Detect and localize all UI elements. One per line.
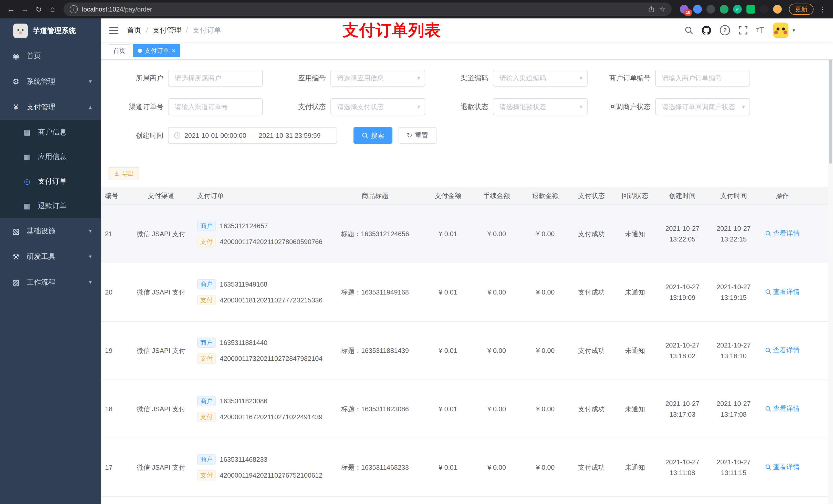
extension-icon-6[interactable]: [746, 5, 755, 14]
extension-icon-4[interactable]: [720, 5, 729, 14]
help-icon[interactable]: ?: [720, 25, 730, 35]
create-time: 2021-10-2713:18:02: [657, 340, 708, 361]
table-cell: 商户1635311881440支付42000011732021102728479…: [193, 338, 326, 364]
app-logo[interactable]: 芋道管理系统: [0, 19, 101, 43]
sidebar-item-merchant-info[interactable]: ▤商户信息: [0, 120, 101, 144]
extension-icon-3[interactable]: [707, 5, 715, 14]
pay-amount: ¥ 0.01: [439, 230, 457, 238]
notify-status: 未通知: [625, 463, 645, 471]
table-cell: 2021-10-2713:18:02: [657, 340, 708, 361]
extension-icon-8[interactable]: [773, 5, 782, 14]
browser-menu-icon[interactable]: ⋮: [817, 5, 829, 14]
home-button[interactable]: ⌂: [46, 2, 60, 16]
table-cell: 2021-10-2713:17:08: [708, 398, 759, 420]
breadcrumb-item[interactable]: 首页: [127, 25, 141, 35]
breadcrumb-item[interactable]: 支付管理: [153, 25, 181, 35]
chevron-down-icon[interactable]: ▾: [792, 27, 795, 33]
table-cell: 微信 JSAPI 支付: [129, 230, 193, 238]
fullscreen-icon[interactable]: [739, 26, 747, 34]
pay-status: 支付成功: [578, 288, 605, 296]
search-button[interactable]: 搜索: [354, 127, 392, 144]
devtools-icon: ⚒: [11, 252, 21, 261]
channel-pay-no: 4200001174202110278060590766: [220, 238, 323, 246]
merchant-order-no: 1635312124657: [220, 222, 268, 230]
pay-time: 2021-10-2713:22:15: [708, 223, 759, 245]
view-detail-link[interactable]: 查看详情: [765, 404, 800, 413]
channel-code-field[interactable]: 请输入渠道编码▾: [493, 70, 588, 87]
sidebar-item-payment[interactable]: ¥支付管理▴: [0, 94, 101, 120]
merchant-order-no-field[interactable]: [655, 70, 750, 87]
sidebar-item-home[interactable]: ◉首页: [0, 43, 101, 69]
app-window: 芋道管理系统 ◉首页⚙系统管理▾¥支付管理▴▤商户信息▦应用信息◎支付订单▥退款…: [0, 19, 833, 504]
refund-status-field[interactable]: 请选择退款状态▾: [493, 98, 588, 115]
bookmark-star-icon[interactable]: ☆: [659, 5, 665, 14]
app-no-field[interactable]: 请选择应用信息▾: [330, 70, 425, 87]
refresh-button[interactable]: ↻: [32, 2, 46, 16]
sidebar-item-devtools[interactable]: ⚒研发工具▾: [0, 244, 101, 269]
table-cell: ¥ 0.00: [472, 230, 521, 238]
view-detail-link[interactable]: 查看详情: [765, 346, 800, 355]
fee-amount: ¥ 0.00: [487, 347, 506, 355]
browser-toolbar: ← → ↻ ⌂ i localhost:1024/pay/order ☆ 10✓…: [0, 0, 833, 19]
tab-home[interactable]: 首页: [109, 44, 130, 57]
github-icon[interactable]: [702, 26, 711, 35]
avatar[interactable]: [773, 23, 788, 38]
column-header: 操作: [759, 191, 805, 200]
extension-icon-1[interactable]: 10: [680, 5, 689, 14]
notify-status-field[interactable]: 请选择订单回调商户状态▾: [655, 98, 750, 115]
merchant-field[interactable]: [168, 70, 263, 87]
search-icon[interactable]: [685, 26, 693, 34]
extension-icon-7[interactable]: [760, 5, 768, 14]
merchant-order-no-field-label: 商户订单编号: [596, 73, 655, 83]
hamburger-icon[interactable]: [109, 26, 118, 34]
app-no-field-label: 应用编号: [271, 73, 330, 83]
view-detail-link[interactable]: 查看详情: [765, 287, 800, 296]
table-cell: 18: [101, 405, 129, 413]
filter-item: 退款状态请选择退款状态▾: [434, 98, 588, 115]
extension-icon-2[interactable]: [693, 5, 702, 14]
back-button[interactable]: ←: [4, 2, 18, 16]
url-text: localhost:1024/pay/order: [82, 6, 644, 13]
sidebar-item-app-info[interactable]: ▦应用信息: [0, 144, 101, 169]
sidebar-item-system[interactable]: ⚙系统管理▾: [0, 69, 101, 94]
export-button[interactable]: 导出: [109, 167, 139, 180]
scrollbar-thumb[interactable]: [829, 46, 832, 164]
font-size-icon[interactable]: TT: [756, 26, 764, 34]
view-detail-link[interactable]: 查看详情: [765, 229, 800, 238]
forward-button[interactable]: →: [18, 2, 32, 16]
table-cell: 标题：1635312124656: [326, 230, 424, 238]
table-cell: 未通知: [613, 288, 657, 297]
pay-status-field[interactable]: 请选择支付状态▾: [330, 98, 425, 115]
refund-amount: ¥ 0.00: [536, 230, 554, 238]
tab-pay-order[interactable]: 支付订单×: [133, 44, 180, 57]
scrollbar-track[interactable]: [828, 19, 833, 504]
sidebar-item-pay-order[interactable]: ◎支付订单: [0, 169, 101, 194]
channel-order-no-field[interactable]: [168, 98, 263, 115]
table-header: 编号支付渠道支付订单商品标题支付金额手续金额退款金额支付状态回调状态创建时间支付…: [101, 187, 833, 205]
goods-title: 标题：1635311823086: [341, 405, 409, 413]
update-button[interactable]: 更新: [789, 4, 813, 15]
create-time-range-picker[interactable]: 2021-10-01 00:00:00 - 2021-10-31 23:59:5…: [168, 127, 337, 144]
view-detail-link[interactable]: 查看详情: [765, 462, 800, 472]
chevron-up-icon: ▴: [89, 104, 92, 111]
notify-status: 未通知: [625, 230, 645, 238]
annotation-title: 支付订单列表: [343, 20, 441, 41]
sidebar-item-infra[interactable]: ▧基础设施▾: [0, 218, 101, 244]
table-row: 20微信 JSAPI 支付商户1635311949168支付4200001181…: [101, 263, 833, 322]
reset-button[interactable]: ↻ 重置: [399, 127, 436, 144]
infra-icon: ▧: [11, 226, 21, 236]
extension-icon-5[interactable]: ✓: [733, 5, 742, 14]
table-cell: 商户1635311823086支付42000011672021102710224…: [193, 396, 326, 422]
chevron-down-icon: ▾: [580, 75, 582, 81]
filter-item: 支付状态请选择支付状态▾: [271, 98, 425, 115]
sidebar-item-workflow[interactable]: ▨工作流程▾: [0, 269, 101, 295]
address-bar[interactable]: i localhost:1024/pay/order ☆: [64, 3, 672, 16]
sidebar-item-label: 研发工具: [27, 252, 55, 262]
table-body: 21微信 JSAPI 支付商户1635312124657支付4200001174…: [101, 205, 833, 504]
breadcrumb-item: 支付订单: [193, 25, 221, 35]
site-info-icon[interactable]: i: [70, 5, 78, 13]
merchant-tag: 商户: [197, 338, 216, 348]
share-icon[interactable]: [648, 6, 655, 13]
close-icon[interactable]: ×: [172, 47, 175, 54]
sidebar-item-refund-order[interactable]: ▥退款订单: [0, 194, 101, 218]
